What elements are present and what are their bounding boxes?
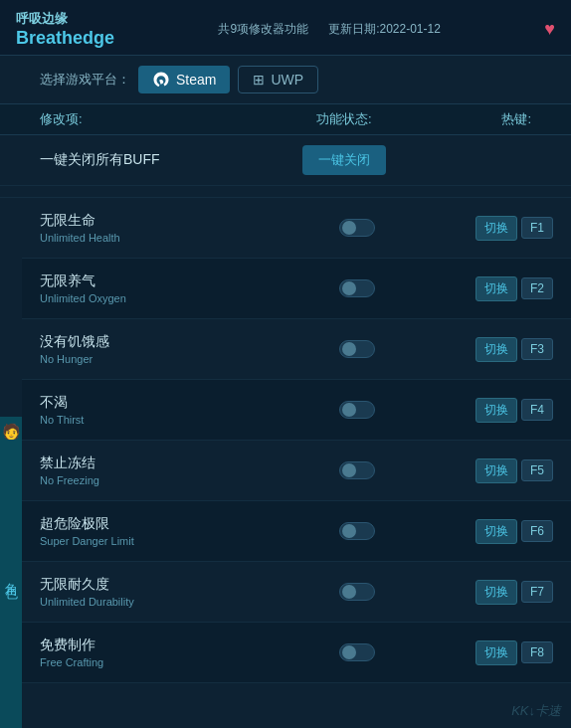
mod-count: 共9项修改器功能 xyxy=(218,21,308,38)
table-header: 修改项: 功能状态: 热键: xyxy=(0,103,571,135)
cheat-hotkey-col: 切换 F4 xyxy=(431,398,553,423)
spacer xyxy=(0,186,571,198)
table-row: 不渴 No Thirst 切换 F4 xyxy=(22,380,571,441)
col-header-status: 功能状态: xyxy=(274,110,414,128)
header-meta: 共9项修改器功能 更新日期:2022-01-12 xyxy=(218,21,440,38)
sidebar-label: 角色 xyxy=(2,572,20,580)
cheat-name-col: 免费制作 Free Crafting xyxy=(40,637,285,668)
col-header-name: 修改项: xyxy=(40,110,274,128)
toggle-3[interactable] xyxy=(339,401,375,419)
platform-section: 选择游戏平台： Steam ⊞ UWP xyxy=(0,56,571,103)
hotkey-key-5: F6 xyxy=(521,520,553,542)
table-row: 没有饥饿感 No Hunger 切换 F3 xyxy=(22,319,571,380)
cheat-list: 无限生命 Unlimited Health 切换 F1 无限养气 Unlimit… xyxy=(22,198,571,683)
hotkey-switch-0[interactable]: 切换 xyxy=(476,216,517,241)
cheat-en-1: Unlimited Oxygen xyxy=(40,292,285,304)
uwp-icon: ⊞ xyxy=(253,72,265,88)
steam-label: Steam xyxy=(176,72,216,88)
uwp-platform-button[interactable]: ⊞ UWP xyxy=(238,66,318,93)
cheat-en-2: No Hunger xyxy=(40,353,285,365)
game-name-cn: 呼吸边缘 xyxy=(16,10,114,28)
cheat-toggle-col xyxy=(285,643,431,661)
toggle-0[interactable] xyxy=(339,219,375,237)
hotkey-key-7: F8 xyxy=(521,641,553,663)
cheat-en-4: No Freezing xyxy=(40,474,285,486)
cheat-cn-7: 免费制作 xyxy=(40,637,285,654)
cheat-name-col: 超危险极限 Super Danger Limit xyxy=(40,515,285,547)
update-date: 更新日期:2022-01-12 xyxy=(328,21,441,38)
game-name-en: Breathedge xyxy=(16,28,114,49)
hotkey-switch-5[interactable]: 切换 xyxy=(476,519,517,544)
hotkey-switch-1[interactable]: 切换 xyxy=(476,276,517,301)
cheat-hotkey-col: 切换 F3 xyxy=(431,337,553,362)
cheat-cn-0: 无限生命 xyxy=(40,212,285,230)
all-off-label: 一键关闭所有BUFF xyxy=(40,151,274,169)
cheat-name-col: 无限生命 Unlimited Health xyxy=(40,212,285,244)
platform-label: 选择游戏平台： xyxy=(40,71,130,89)
steam-platform-button[interactable]: Steam xyxy=(138,66,230,93)
cheat-cn-2: 没有饥饿感 xyxy=(40,333,285,351)
col-header-hotkey: 热键: xyxy=(414,110,531,128)
cheat-cn-3: 不渴 xyxy=(40,394,285,412)
hotkey-switch-3[interactable]: 切换 xyxy=(476,398,517,423)
hotkey-switch-6[interactable]: 切换 xyxy=(476,580,517,605)
all-off-btn-container: 一键关闭 xyxy=(274,145,414,175)
table-row: 超危险极限 Super Danger Limit 切换 F6 xyxy=(22,501,571,562)
header: 呼吸边缘 Breathedge 共9项修改器功能 更新日期:2022-01-12… xyxy=(0,0,571,56)
hotkey-switch-7[interactable]: 切换 xyxy=(476,640,517,665)
toggle-6[interactable] xyxy=(339,583,375,601)
toggle-4[interactable] xyxy=(339,461,375,479)
hotkey-key-3: F4 xyxy=(521,399,553,421)
cheat-en-3: No Thirst xyxy=(40,414,285,426)
table-row: 无限耐久度 Unlimited Durability 切换 F7 xyxy=(22,562,571,623)
toggle-2[interactable] xyxy=(339,340,375,358)
cheat-cn-5: 超危险极限 xyxy=(40,515,285,533)
table-row: 免费制作 Free Crafting 切换 F8 xyxy=(22,623,571,683)
cheat-hotkey-col: 切换 F6 xyxy=(431,519,553,544)
favorite-icon[interactable]: ♥ xyxy=(544,19,555,40)
steam-icon xyxy=(152,71,170,89)
cheat-cn-1: 无限养气 xyxy=(40,273,285,290)
table-row: 无限养气 Unlimited Oxygen 切换 F2 xyxy=(22,259,571,319)
watermark: KK↓卡速 xyxy=(511,702,561,720)
cheat-en-5: Super Danger Limit xyxy=(40,535,285,547)
hotkey-key-1: F2 xyxy=(521,277,553,299)
table-row: 禁止冻结 No Freezing 切换 F5 xyxy=(22,441,571,501)
hotkey-key-6: F7 xyxy=(521,581,553,603)
toggle-5[interactable] xyxy=(339,522,375,540)
cheat-toggle-col xyxy=(285,340,431,358)
table-row: 无限生命 Unlimited Health 切换 F1 xyxy=(22,198,571,259)
cheat-cn-6: 无限耐久度 xyxy=(40,576,285,594)
sidebar-person-icon: 🧑 xyxy=(2,423,21,441)
cheat-toggle-col xyxy=(285,583,431,601)
cheat-toggle-col xyxy=(285,461,431,479)
cheat-toggle-col xyxy=(285,401,431,419)
cheat-hotkey-col: 切换 F7 xyxy=(431,580,553,605)
uwp-label: UWP xyxy=(271,72,303,88)
cheat-hotkey-col: 切换 F5 xyxy=(431,458,553,483)
cheat-en-0: Unlimited Health xyxy=(40,232,285,244)
toggle-1[interactable] xyxy=(339,279,375,297)
cheat-toggle-col xyxy=(285,522,431,540)
cheat-name-col: 无限养气 Unlimited Oxygen xyxy=(40,273,285,304)
cheat-hotkey-col: 切换 F1 xyxy=(431,216,553,241)
hotkey-key-4: F5 xyxy=(521,459,553,481)
cheat-name-col: 不渴 No Thirst xyxy=(40,394,285,426)
hotkey-key-2: F3 xyxy=(521,338,553,360)
cheat-cn-4: 禁止冻结 xyxy=(40,455,285,472)
hotkey-switch-2[interactable]: 切换 xyxy=(476,337,517,362)
hotkey-switch-4[interactable]: 切换 xyxy=(476,458,517,483)
cheat-name-col: 没有饥饿感 No Hunger xyxy=(40,333,285,365)
cheat-hotkey-col: 切换 F8 xyxy=(431,640,553,665)
cheat-name-col: 禁止冻结 No Freezing xyxy=(40,455,285,486)
sidebar: 🧑 角色 xyxy=(0,417,22,728)
header-left: 呼吸边缘 Breathedge xyxy=(16,10,114,49)
cheat-toggle-col xyxy=(285,219,431,237)
cheat-en-7: Free Crafting xyxy=(40,656,285,668)
all-off-row: 一键关闭所有BUFF 一键关闭 xyxy=(0,135,571,186)
close-all-button[interactable]: 一键关闭 xyxy=(302,145,386,175)
cheat-name-col: 无限耐久度 Unlimited Durability xyxy=(40,576,285,608)
toggle-7[interactable] xyxy=(339,643,375,661)
cheat-en-6: Unlimited Durability xyxy=(40,596,285,608)
main-content: 🧑 角色 无限生命 Unlimited Health 切换 F1 无限养气 Un… xyxy=(0,198,571,683)
